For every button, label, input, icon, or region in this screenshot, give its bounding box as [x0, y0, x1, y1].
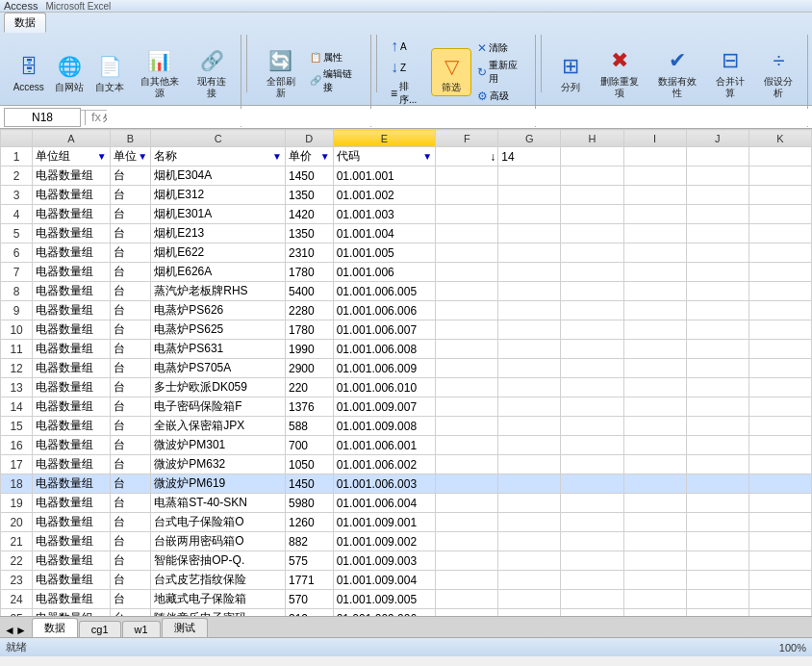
cell-extra-17-0[interactable]	[436, 455, 498, 474]
cell-C18[interactable]: 微波炉PM619	[151, 474, 286, 494]
cell-D17[interactable]: 1050	[285, 455, 333, 474]
cell-extra-12-4[interactable]	[686, 359, 749, 378]
cell-E17[interactable]: 01.001.006.002	[333, 455, 436, 474]
cell-extra-18-0[interactable]	[436, 474, 498, 494]
cell-extra-4-2[interactable]	[561, 205, 623, 224]
cell-extra-4-5[interactable]	[749, 205, 811, 224]
cell-B6[interactable]: 台	[110, 243, 151, 263]
cell-E6[interactable]: 01.001.005	[333, 243, 436, 263]
cell-B21[interactable]: 台	[110, 532, 151, 551]
scroll-left-icon[interactable]: ◄	[4, 624, 15, 637]
cell-C11[interactable]: 电蒸炉PS631	[151, 340, 286, 359]
cell-extra-3-1[interactable]	[498, 186, 561, 205]
cell-extra-16-0[interactable]	[436, 436, 498, 455]
cell-C20[interactable]: 台式电子保险箱O	[151, 513, 286, 532]
cell-extra-8-5[interactable]	[749, 282, 811, 301]
cell-A21[interactable]: 电器数量组	[33, 532, 111, 551]
cell-extra-8-3[interactable]	[623, 282, 686, 301]
cell-C25[interactable]: 随伴童乐电子密码	[151, 609, 286, 617]
cell-A14[interactable]: 电器数量组	[33, 397, 111, 417]
cell-B17[interactable]: 台	[110, 455, 151, 474]
cell-A22[interactable]: 电器数量组	[33, 551, 111, 571]
cell-extra-4-0[interactable]	[436, 205, 498, 224]
cell-D21[interactable]: 882	[285, 532, 333, 551]
spreadsheet-container[interactable]: A B C D E F G H I J K 1 单位组 ▼	[0, 129, 812, 616]
cell-A10[interactable]: 电器数量组	[33, 320, 111, 340]
cell-A5[interactable]: 电器数量组	[33, 224, 111, 243]
cell-extra-14-1[interactable]	[498, 397, 561, 417]
sheet-tab-w1[interactable]: w1	[122, 621, 161, 637]
cell-D15[interactable]: 588	[285, 417, 333, 436]
cell-extra-19-5[interactable]	[749, 494, 811, 513]
cell-F1[interactable]: ↓	[436, 147, 498, 166]
col-header-A[interactable]: A	[33, 130, 111, 147]
cell-extra-9-2[interactable]	[561, 301, 623, 320]
cell-extra-6-1[interactable]	[498, 243, 561, 263]
cell-extra-21-5[interactable]	[749, 532, 811, 551]
cell-extra-15-0[interactable]	[436, 417, 498, 436]
cell-B2[interactable]: 台	[110, 166, 151, 186]
cell-extra-9-0[interactable]	[436, 301, 498, 320]
cell-extra-23-4[interactable]	[686, 571, 749, 590]
cell-D11[interactable]: 1990	[285, 340, 333, 359]
col-header-G[interactable]: G	[498, 130, 561, 147]
cell-C8[interactable]: 蒸汽炉老板牌RHS	[151, 282, 286, 301]
cell-C10[interactable]: 电蒸炉PS625	[151, 320, 286, 340]
cell-extra-17-4[interactable]	[686, 455, 749, 474]
cell-D7[interactable]: 1780	[285, 263, 333, 282]
cell-extra-7-2[interactable]	[561, 263, 623, 282]
cell-E9[interactable]: 01.001.006.006	[333, 301, 436, 320]
cell-D19[interactable]: 5980	[285, 494, 333, 513]
cell-extra-23-1[interactable]	[498, 571, 561, 590]
cell-extra-13-4[interactable]	[686, 378, 749, 397]
cell-extra-24-4[interactable]	[686, 590, 749, 609]
cell-extra-3-4[interactable]	[686, 186, 749, 205]
cell-extra-4-4[interactable]	[686, 205, 749, 224]
cell-extra-7-3[interactable]	[623, 263, 686, 282]
cell-E21[interactable]: 01.001.009.002	[333, 532, 436, 551]
cell-extra-12-0[interactable]	[436, 359, 498, 378]
cell-E19[interactable]: 01.001.006.004	[333, 494, 436, 513]
cell-extra-8-0[interactable]	[436, 282, 498, 301]
cell-extra-10-0[interactable]	[436, 320, 498, 340]
cell-D22[interactable]: 575	[285, 551, 333, 571]
cell-extra-25-0[interactable]	[436, 609, 498, 617]
cell-extra-15-5[interactable]	[749, 417, 811, 436]
cell-B9[interactable]: 台	[110, 301, 151, 320]
cell-C6[interactable]: 烟机E622	[151, 243, 286, 263]
cell-D2[interactable]: 1450	[285, 166, 333, 186]
cell-extra-13-1[interactable]	[498, 378, 561, 397]
cell-extra-22-5[interactable]	[749, 551, 811, 571]
cell-D23[interactable]: 1771	[285, 571, 333, 590]
cell-extra-24-1[interactable]	[498, 590, 561, 609]
cell-E15[interactable]: 01.001.009.008	[333, 417, 436, 436]
cell-D5[interactable]: 1350	[285, 224, 333, 243]
cell-K1[interactable]	[749, 147, 811, 166]
cell-extra-20-4[interactable]	[686, 513, 749, 532]
col-header-B[interactable]: B	[110, 130, 151, 147]
sheet-tab-data[interactable]: 数据	[32, 618, 78, 637]
cell-extra-6-4[interactable]	[686, 243, 749, 263]
cell-extra-6-3[interactable]	[623, 243, 686, 263]
cell-extra-14-0[interactable]	[436, 397, 498, 417]
deldup-button[interactable]: ✖ 删除重复项	[593, 43, 647, 101]
sort-az-button[interactable]: ↑ A	[388, 37, 429, 56]
filter-dropdown-E[interactable]: ▼	[422, 151, 432, 162]
cell-extra-24-5[interactable]	[749, 590, 811, 609]
cell-extra-21-4[interactable]	[686, 532, 749, 551]
cell-extra-11-4[interactable]	[686, 340, 749, 359]
cell-C24[interactable]: 地藏式电子保险箱	[151, 590, 286, 609]
cell-B12[interactable]: 台	[110, 359, 151, 378]
cell-extra-22-0[interactable]	[436, 551, 498, 571]
cell-extra-10-5[interactable]	[749, 320, 811, 340]
filter-dropdown-D[interactable]: ▼	[320, 151, 330, 162]
cell-C15[interactable]: 全嵌入保密箱JPX	[151, 417, 286, 436]
cell-B4[interactable]: 台	[110, 205, 151, 224]
cell-extra-8-2[interactable]	[561, 282, 623, 301]
cell-extra-2-5[interactable]	[749, 166, 811, 186]
cell-E20[interactable]: 01.001.009.001	[333, 513, 436, 532]
cell-C21[interactable]: 台嵌两用密码箱O	[151, 532, 286, 551]
whatif-button[interactable]: ÷ 假设分析	[756, 43, 801, 101]
cell-extra-20-1[interactable]	[498, 513, 561, 532]
cell-extra-5-2[interactable]	[561, 224, 623, 243]
